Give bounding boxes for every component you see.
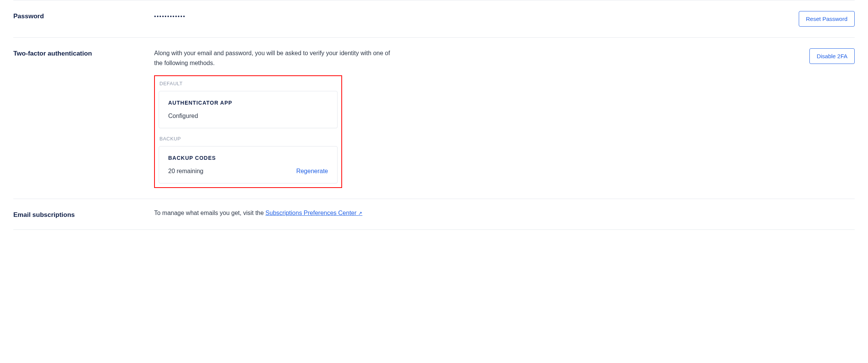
authenticator-app-row: Configured	[168, 113, 328, 119]
password-content: •••••••••••• Reset Password	[154, 11, 855, 27]
backup-group-label: BACKUP	[159, 136, 338, 142]
subscriptions-preferences-link[interactable]: Subscriptions Preferences Center ↗	[266, 210, 363, 216]
password-label: Password	[13, 11, 154, 27]
twofa-section: Two-factor authentication Along with you…	[13, 37, 855, 199]
twofa-methods-highlight: DEFAULT AUTHENTICATOR APP Configured BAC…	[154, 75, 342, 188]
subscriptions-link-text: Subscriptions Preferences Center	[266, 210, 357, 216]
authenticator-app-status: Configured	[168, 113, 198, 119]
disable-2fa-button[interactable]: Disable 2FA	[809, 48, 855, 64]
backup-codes-row: 20 remaining Regenerate	[168, 168, 328, 175]
twofa-body: Along with your email and password, you …	[154, 48, 802, 188]
email-subscriptions-label: Email subscriptions	[13, 210, 154, 219]
regenerate-link[interactable]: Regenerate	[296, 168, 328, 175]
email-subscriptions-content: To manage what emails you get, visit the…	[154, 210, 855, 219]
backup-codes-card: BACKUP CODES 20 remaining Regenerate	[159, 146, 338, 183]
twofa-label: Two-factor authentication	[13, 48, 154, 188]
external-link-icon: ↗	[358, 210, 362, 216]
backup-codes-title: BACKUP CODES	[168, 155, 328, 161]
password-action: Reset Password	[799, 11, 855, 27]
authenticator-app-title: AUTHENTICATOR APP	[168, 100, 328, 106]
authenticator-app-card: AUTHENTICATOR APP Configured	[159, 91, 338, 128]
twofa-content: Along with your email and password, you …	[154, 48, 855, 188]
reset-password-button[interactable]: Reset Password	[799, 11, 855, 27]
email-subscriptions-body: To manage what emails you get, visit the…	[154, 210, 855, 217]
backup-codes-status: 20 remaining	[168, 168, 204, 175]
password-body: ••••••••••••	[154, 11, 791, 19]
default-group-label: DEFAULT	[159, 81, 338, 86]
email-subscriptions-text: To manage what emails you get, visit the	[154, 210, 266, 216]
twofa-description: Along with your email and password, you …	[154, 48, 398, 68]
email-subscriptions-section: Email subscriptions To manage what email…	[13, 199, 855, 230]
password-section: Password •••••••••••• Reset Password	[13, 0, 855, 37]
twofa-action: Disable 2FA	[809, 48, 855, 64]
password-masked-value: ••••••••••••	[154, 11, 791, 19]
